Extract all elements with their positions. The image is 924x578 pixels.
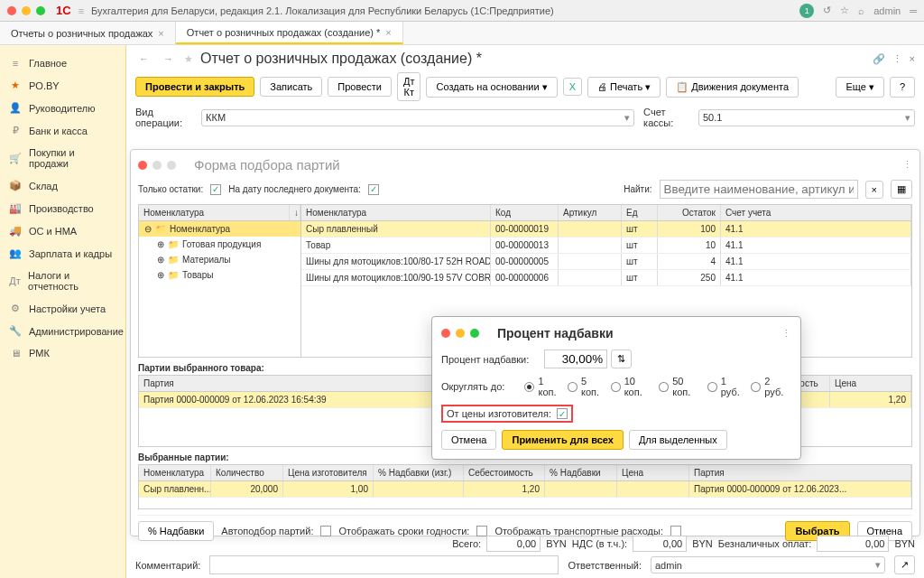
filter-lastdoc-checkbox[interactable]: [368, 184, 379, 195]
sidebar-item-sales[interactable]: 🛒Покупки и продажи: [4, 142, 122, 174]
tab-reports-list[interactable]: Отчеты о розничных продажах ×: [0, 22, 176, 44]
menu-icon[interactable]: ≡: [79, 5, 84, 16]
tree-node[interactable]: ⊕📁Материалы: [139, 252, 300, 267]
responsible-select[interactable]: admin ▾: [651, 556, 885, 573]
sidebar-item-taxes[interactable]: ДтНалоги и отчетность: [4, 265, 122, 297]
nav-forward-icon[interactable]: →: [160, 51, 177, 66]
responsible-label: Ответственный:: [568, 560, 642, 571]
movements-button[interactable]: 📋 Движения документа: [666, 77, 799, 98]
sidebar-item-main[interactable]: ≡Главное: [4, 52, 122, 74]
col-price[interactable]: Цена: [830, 376, 911, 391]
cell: 41.1: [721, 254, 911, 269]
search-icon[interactable]: ⌕: [858, 5, 864, 16]
close-icon[interactable]: ×: [158, 28, 163, 39]
sidebar-item-assets[interactable]: 🚚ОС и НМА: [4, 219, 122, 242]
window-close[interactable]: [7, 6, 16, 15]
sort-icon[interactable]: ↓: [290, 205, 300, 220]
print-button[interactable]: 🖨 Печать ▾: [587, 77, 661, 98]
modal-min[interactable]: [456, 329, 465, 338]
round-5kop-radio[interactable]: [568, 382, 578, 392]
table-row[interactable]: Сыр плавленн... 20,000 1,00 1,20 Партия …: [139, 481, 911, 498]
history-icon[interactable]: ↺: [823, 5, 831, 16]
col[interactable]: % Надбавки (изг.): [374, 465, 464, 480]
help-button[interactable]: ?: [890, 77, 915, 98]
tree-node[interactable]: ⊕📁Готовая продукция: [139, 237, 300, 252]
filter-ostatki-checkbox[interactable]: [210, 184, 221, 195]
cell: Партия 0000-000009 от 12.06.2023...: [689, 481, 911, 497]
save-button[interactable]: Записать: [260, 77, 322, 97]
round-2rub-radio[interactable]: [751, 382, 761, 392]
close-icon[interactable]: ×: [910, 53, 915, 65]
window-minimize[interactable]: [22, 6, 31, 15]
tree-node[interactable]: ⊕📁Товары: [139, 267, 300, 283]
dt-kt-icon[interactable]: ДтКт: [397, 72, 421, 101]
modal-close[interactable]: [138, 161, 147, 170]
sidebar-item-manager[interactable]: 👤Руководителю: [4, 97, 122, 119]
favorite-icon[interactable]: ★: [184, 53, 193, 65]
apply-selected-button[interactable]: Для выделенных: [629, 430, 727, 450]
col[interactable]: Партия: [689, 465, 911, 480]
modal-close[interactable]: [441, 329, 450, 338]
percent-input[interactable]: [544, 350, 607, 368]
tree-node-root[interactable]: ⊖📁Номенклатура: [139, 221, 300, 237]
col-unit[interactable]: Ед: [622, 205, 658, 220]
sidebar-item-poby[interactable]: ★PO.BY: [4, 74, 122, 97]
sidebar-item-salary[interactable]: 👥Зарплата и кадры: [4, 242, 122, 265]
stepper-icon[interactable]: ⇅: [611, 350, 632, 368]
post-close-button[interactable]: Провести и закрыть: [135, 77, 254, 97]
window-maximize[interactable]: [36, 6, 45, 15]
comment-input[interactable]: [209, 555, 559, 574]
table-row[interactable]: Шины для мотоциклов:100/90-19 57V COBRA …: [301, 270, 911, 286]
user-label[interactable]: admin: [873, 5, 901, 16]
search-input[interactable]: [660, 180, 858, 199]
col[interactable]: Количество: [211, 465, 283, 480]
more-icon[interactable]: ⋮: [892, 53, 902, 65]
table-row[interactable]: Сыр плавленный00-00000019шт10041.1: [301, 221, 911, 238]
sidebar-item-rmk[interactable]: 🖥РМК: [4, 342, 122, 364]
table-row[interactable]: Товар00-00000013шт1041.1: [301, 238, 911, 254]
create-based-button[interactable]: Создать на основании ▾: [426, 77, 557, 98]
col-name[interactable]: Номенклатура: [301, 205, 491, 220]
tab-report-create[interactable]: Отчет о розничных продажах (создание) * …: [176, 22, 403, 44]
col-art[interactable]: Артикул: [559, 205, 622, 220]
col[interactable]: % Надбавки: [545, 465, 617, 480]
col[interactable]: Цена изготовителя: [283, 465, 374, 480]
modal-max[interactable]: [470, 329, 479, 338]
barcode-icon[interactable]: ▦: [891, 180, 912, 199]
round-1kop-radio[interactable]: [524, 382, 534, 392]
sidebar-item-admin[interactable]: 🔧Администрирование: [4, 320, 122, 342]
link-icon[interactable]: 🔗: [873, 53, 885, 65]
close-icon[interactable]: ×: [385, 27, 391, 38]
sidebar-item-settings[interactable]: ⚙Настройки учета: [4, 297, 122, 320]
col[interactable]: Номенклатура: [139, 465, 211, 480]
post-button[interactable]: Провести: [328, 77, 392, 97]
round-50kop-radio[interactable]: [659, 382, 669, 392]
more-icon[interactable]: ⋮: [781, 328, 791, 340]
from-price-checkbox[interactable]: [557, 408, 568, 419]
cash-account-select[interactable]: 50.1 ▾: [698, 109, 915, 126]
col[interactable]: Себестоимость: [464, 465, 545, 480]
sidebar-item-production[interactable]: 🏭Производство: [4, 197, 122, 219]
col-acc[interactable]: Счет учета: [721, 205, 911, 220]
open-icon[interactable]: ↗: [894, 555, 915, 574]
col-code[interactable]: Код: [491, 205, 559, 220]
sidebar-item-warehouse[interactable]: 📦Склад: [4, 174, 122, 197]
clear-search-icon[interactable]: ×: [865, 181, 883, 199]
excel-icon[interactable]: X: [563, 78, 582, 96]
table-row[interactable]: Шины для мотоциклов:100/80-17 52H ROADRI…: [301, 254, 911, 270]
settings-icon[interactable]: ═: [910, 5, 917, 16]
round-10kop-radio[interactable]: [611, 382, 621, 392]
col-qty[interactable]: Остаток: [658, 205, 721, 220]
operation-type-select[interactable]: ККМ ▾: [201, 109, 634, 126]
more-icon[interactable]: ⋮: [902, 159, 912, 171]
more-button[interactable]: Еще ▾: [836, 77, 883, 98]
col[interactable]: Цена: [617, 465, 689, 480]
select-value: admin: [655, 560, 682, 571]
cancel-button[interactable]: Отмена: [441, 430, 496, 450]
sidebar-item-bank[interactable]: ₽Банк и касса: [4, 119, 122, 142]
nav-back-icon[interactable]: ←: [135, 51, 152, 66]
notifications-icon[interactable]: 1: [799, 4, 814, 18]
apply-all-button[interactable]: Применить для всех: [502, 430, 623, 450]
round-1rub-radio[interactable]: [707, 382, 717, 392]
favorite-icon[interactable]: ☆: [840, 5, 849, 16]
